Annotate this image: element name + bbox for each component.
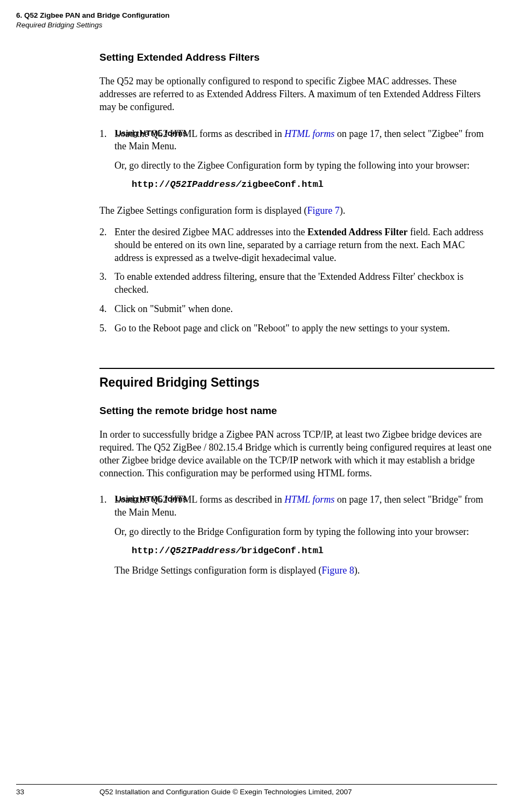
step-text: Go to the Reboot page and click on "Rebo… (114, 322, 494, 335)
code-url-bridge: http://Q52IPaddress/bridgeConf.html (132, 545, 494, 557)
text: The Zigbee Settings configuration form i… (99, 205, 307, 216)
step-4: 4. Click on "Submit" when done. (99, 303, 494, 316)
step-1: 1. Load the Q52 HTML forms as described … (99, 494, 494, 577)
code-url-zigbee: http://Q52IPaddress/zigbeeConf.html (132, 179, 494, 191)
link-figure-7[interactable]: Figure 7 (307, 205, 340, 216)
step-number: 1. (99, 494, 114, 577)
intro-paragraph: The Q52 may be optionally configured to … (99, 75, 494, 113)
step-3: 3. To enable extended address filtering,… (99, 271, 494, 296)
header-section: Required Bridging Settings (16, 20, 497, 30)
step-or-paragraph: Or, go directly to the Zigbee Configurat… (114, 160, 494, 172)
figure-reference-paragraph: The Zigbee Settings configuration form i… (99, 205, 494, 218)
major-section-title: Required Bridging Settings (99, 368, 494, 390)
step-or-paragraph: Or, go directly to the Bridge Configurat… (114, 526, 494, 539)
figure-reference-paragraph: The Bridge Settings configuration form i… (114, 564, 494, 577)
section-title-remote-bridge: Setting the remote bridge host name (99, 405, 494, 417)
step-number: 4. (99, 303, 114, 316)
page-header: 6. Q52 Zigbee PAN and Bridge Configurati… (16, 11, 497, 30)
code-text: zigbeeConf.html (241, 179, 324, 190)
header-chapter: 6. Q52 Zigbee PAN and Bridge Configurati… (16, 11, 497, 20)
intro-paragraph: In order to successfully bridge a Zigbee… (99, 429, 494, 480)
text: ). (354, 565, 360, 576)
code-text: bridgeConf.html (241, 546, 324, 556)
step-text: To enable extended address filtering, en… (114, 271, 494, 296)
code-text-italic: Q52IPaddress/ (170, 179, 241, 190)
step-number: 5. (99, 322, 114, 335)
side-label-html-forms: Using HTML forms (116, 128, 191, 139)
text: The Bridge Settings configuration form i… (114, 565, 321, 576)
main-content: Setting Extended Address Filters The Q52… (99, 52, 494, 577)
side-label-html-forms: Using HTML forms (116, 494, 191, 504)
code-text: http:// (132, 179, 170, 190)
step-text: Click on "Submit" when done. (114, 303, 494, 316)
bold-field-name: Extended Address Filter (307, 227, 408, 237)
link-html-forms[interactable]: HTML forms (284, 494, 334, 505)
step-1: 1. Load the Q52 HTML forms as described … (99, 128, 494, 199)
page-footer: 33 Q52 Installation and Configuration Gu… (16, 784, 497, 796)
section-title-address-filters: Setting Extended Address Filters (99, 52, 494, 63)
step-number: 1. (99, 128, 114, 199)
code-text-italic: Q52IPaddress/ (170, 546, 241, 556)
step-5: 5. Go to the Reboot page and click on "R… (99, 322, 494, 335)
footer-copyright: Q52 Installation and Configuration Guide… (99, 788, 497, 796)
text: ). (340, 205, 346, 216)
code-text: http:// (132, 546, 170, 556)
link-html-forms[interactable]: HTML forms (284, 128, 334, 139)
link-figure-8[interactable]: Figure 8 (321, 565, 354, 576)
step-number: 2. (99, 226, 114, 264)
step-text: Enter the desired Zigbee MAC addresses i… (114, 227, 307, 237)
page-number: 33 (16, 788, 99, 796)
step-number: 3. (99, 271, 114, 296)
step-2: 2. Enter the desired Zigbee MAC addresse… (99, 226, 494, 264)
